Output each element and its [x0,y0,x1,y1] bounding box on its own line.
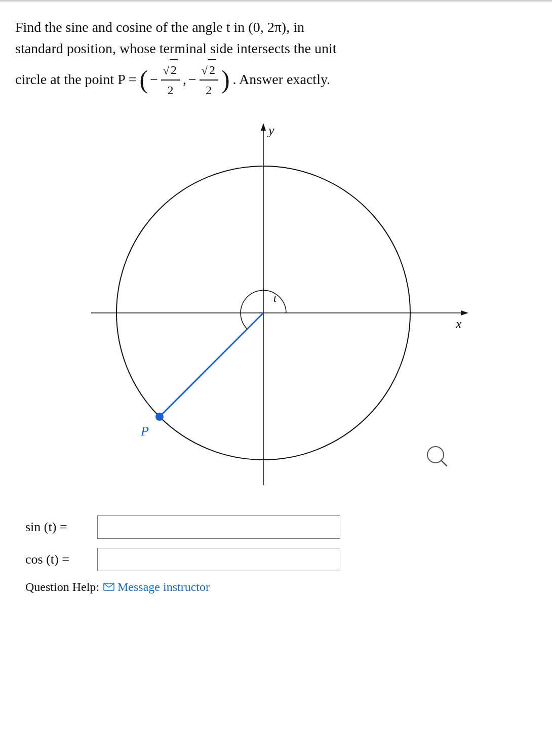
sqrt-2-x: 2 [163,59,178,79]
y-numerator: 2 [200,59,218,81]
y-axis-arrow [261,123,266,131]
comma-separator: , [183,68,186,91]
problem-line1: Find the sine and cosine of the angle t … [15,17,532,38]
message-instructor-text: Message instructor [117,580,210,594]
x-axis-label: x [455,316,462,331]
question-help-row: Question Help: Message instructor [15,580,532,594]
terminal-side-line [160,313,263,417]
x-coord: − 2 2 [150,59,181,100]
sin-label: sin (t) = [25,520,91,535]
mail-icon [103,583,114,591]
left-paren: ( [139,67,148,92]
y-coord: − 2 2 [188,59,219,100]
svg-line-1 [441,460,447,466]
unit-circle-diagram: y x t P [66,110,481,505]
diagram-container: y x t P [15,110,532,505]
x-denominator: 2 [165,81,175,100]
y-denominator: 2 [204,81,214,100]
answer-exactly-text: . Answer exactly. [233,68,331,91]
point-P-dot [155,413,164,421]
x-axis-arrow [461,310,468,315]
problem-statement: Find the sine and cosine of the angle t … [15,17,532,100]
right-paren: ) [221,67,230,92]
y-fraction: 2 2 [200,59,218,100]
sqrt-radicand-x: 2 [170,59,178,79]
angle-label: t [273,292,277,304]
problem-line3: circle at the point P = ( − 2 2 , [15,59,532,100]
y-axis-label: y [267,123,274,138]
sin-input-row: sin (t) = [25,515,522,539]
minus-sign-x: − [150,68,158,91]
circle-at-point-text: circle at the point P = [15,68,136,91]
cos-input[interactable] [97,548,340,571]
message-instructor-link[interactable]: Message instructor [103,580,210,594]
x-fraction: 2 2 [161,59,180,100]
sqrt-2-y: 2 [202,59,216,79]
minus-sign-y: − [188,68,196,91]
zoom-icon[interactable] [427,447,447,466]
inputs-section: sin (t) = cos (t) = [15,515,532,571]
cos-input-row: cos (t) = [25,548,522,571]
problem-line2: standard position, whose terminal side i… [15,38,532,59]
x-numerator: 2 [161,59,180,81]
sqrt-radicand-y: 2 [208,59,216,79]
question-help-label: Question Help: [25,580,99,594]
point-P-label: P [140,424,149,439]
cos-label: cos (t) = [25,552,91,567]
sin-input[interactable] [97,515,340,539]
point-coords: ( − 2 2 , − 2 [139,59,229,100]
